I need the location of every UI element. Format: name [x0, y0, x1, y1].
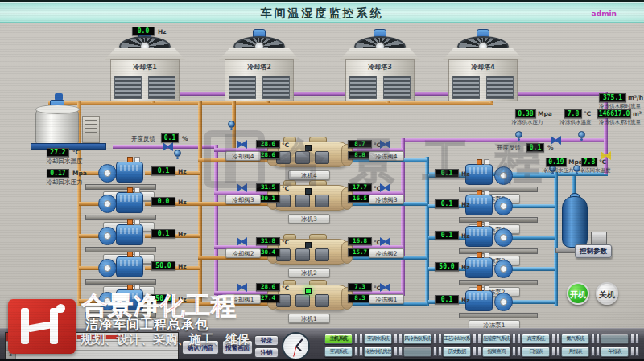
pump-gauge-icon: [104, 232, 111, 240]
nav-indicator: [398, 334, 402, 343]
tower-louver: [486, 76, 514, 99]
nav-heat-pump-system[interactable]: 风冷热泵系统: [403, 334, 431, 344]
pump-speed-display: 50.0: [435, 262, 459, 271]
pump-status-indicator: [484, 221, 489, 227]
control-params-button[interactable]: 控制参数: [575, 244, 612, 258]
cooling-return-temp-display: 27.2: [47, 148, 69, 157]
tower-label: 冷却塔3: [345, 63, 415, 72]
pump-status-indicator: [477, 252, 482, 258]
alarm-screen-button[interactable]: 报警画面: [222, 340, 253, 355]
pump-base: [459, 313, 538, 318]
nav-compressed-air-system[interactable]: 压缩空气系统: [482, 334, 510, 344]
pump-gauge-icon: [500, 172, 507, 179]
alarm-ack-button[interactable]: 确认/消音: [182, 340, 219, 355]
chilled-pump-1[interactable]: 0.1 Hz 冷冻泵1: [435, 287, 555, 327]
nav-indicator: [473, 334, 477, 343]
cooling-tower-3[interactable]: 冷却塔3: [340, 29, 420, 105]
water-treatment-tank[interactable]: [29, 93, 109, 154]
cooling-valve-icon[interactable]: [237, 140, 247, 149]
pump-volute-icon: [494, 197, 513, 215]
compressor-icon: [295, 294, 310, 307]
pump-status-indicator: [484, 285, 489, 291]
nav-unused-button[interactable]: [403, 347, 431, 357]
pump-status-indicator: [127, 285, 133, 290]
run-status-led: [305, 188, 312, 195]
start-button[interactable]: 开机: [567, 282, 589, 305]
nav-ac-water-system[interactable]: 空调水系统: [364, 334, 392, 344]
chiller-2[interactable]: 31.8 30.4 ℃ 16.8 15.7 ℃ 冷却阀2 冷冻阀2 冰机2: [225, 232, 419, 279]
nav-indicator: [591, 347, 595, 356]
cooling-valve-icon[interactable]: [237, 183, 247, 192]
pump-speed-display: 50.0: [151, 294, 175, 303]
pump-volute-icon: [98, 164, 117, 183]
pump-status-indicator: [127, 252, 133, 257]
pump-gauge-icon: [500, 298, 507, 306]
nav-history-data[interactable]: 历史数据: [443, 347, 471, 357]
title-bar: 车间温湿度监控系统 admin: [0, 2, 644, 23]
login-button[interactable]: 登录: [254, 335, 279, 346]
nav-vacuum-system[interactable]: 真空系统: [522, 334, 550, 344]
tower-louver: [229, 76, 256, 99]
unit-label: %: [182, 135, 188, 142]
nav-monthly-report[interactable]: 月报表: [561, 347, 589, 357]
alarm-row[interactable]: 2: [6, 342, 178, 351]
nav-indicator: [551, 334, 555, 343]
nav-indicator: [591, 334, 595, 343]
pump-status-indicator: [127, 219, 133, 225]
unit-label: ℃: [282, 285, 289, 292]
nav-alarm-query[interactable]: 报警查询: [482, 347, 510, 357]
chilled-valve-icon[interactable]: [380, 140, 390, 149]
cooling-pump-1[interactable]: 50.0 Hz 冷却泵1: [80, 286, 201, 326]
cooling-valve-icon[interactable]: [237, 237, 247, 246]
bypass-valve-icon[interactable]: [163, 142, 173, 151]
cooling-tower-2[interactable]: 冷却塔2: [219, 29, 299, 105]
pump-status-indicator: [127, 157, 133, 162]
pump-status-indicator: [127, 187, 133, 193]
tower-roof: [443, 48, 523, 60]
alarm-row[interactable]: 1: [6, 333, 178, 342]
nav-daily-report[interactable]: 日报表: [522, 347, 550, 357]
unit-label: Hz: [178, 263, 187, 270]
nav-indicator: [630, 334, 634, 343]
clock-second-hand: [293, 346, 296, 356]
chilled-supply-pressure-display: 0.38: [515, 109, 536, 118]
cooling-in-temp-display: 28.6: [256, 140, 280, 148]
compressor-icon: [315, 294, 329, 307]
chiller-4[interactable]: 28.6 28.6 ℃ 8.7 8.8 ℃ 冷却阀4 冷冻阀4 冰机4: [225, 135, 419, 182]
chilled-valve-icon[interactable]: [380, 283, 390, 292]
pump-speed-display: 0.1: [151, 166, 175, 175]
nav-indicator: [477, 347, 481, 356]
unit-label: ℃: [282, 239, 289, 246]
logout-button[interactable]: 注销: [254, 347, 279, 358]
nav-process-cooling-system[interactable]: 工艺冷却水系统: [443, 334, 471, 344]
alarm-row-number: 2: [6, 342, 16, 350]
stop-button[interactable]: 关机: [596, 282, 618, 305]
chilled-valve-icon[interactable]: [380, 183, 390, 192]
pump-gauge-icon: [104, 200, 111, 207]
analog-clock: [282, 332, 310, 360]
pump-base: [459, 217, 538, 223]
nav-indicator: [596, 347, 600, 356]
tower-roof: [340, 48, 420, 60]
nav-nitrogen-system[interactable]: 氮气系统: [561, 334, 589, 344]
unit-label: ℃: [374, 239, 381, 246]
pump-motor-icon: [116, 224, 143, 245]
chilled-valve-icon[interactable]: [380, 237, 390, 246]
nav-ac-system[interactable]: 空调系统: [324, 347, 353, 357]
tank-body: [35, 108, 79, 145]
nav-plant-overview[interactable]: 冷热水机房总览: [364, 347, 392, 357]
cooling-tower-4[interactable]: 冷却塔4: [443, 29, 523, 105]
cooling-valve-label: 冷却阀3: [225, 195, 261, 204]
chiller-3[interactable]: 31.5 30.1 ℃ 17.7 16.5 ℃ 冷却阀3 冷冻阀3 冰机3: [225, 178, 419, 225]
cooling-valve-label: 冷却阀1: [225, 294, 261, 304]
pipe-segment: [425, 157, 429, 306]
nav-indicator: [359, 334, 363, 343]
nav-yearly-report[interactable]: 年报表: [601, 347, 629, 357]
cooling-valve-icon[interactable]: [237, 283, 247, 292]
cooling-tower-1[interactable]: 冷却塔1: [105, 29, 185, 105]
unit-label: Hz: [461, 297, 470, 304]
alarm-row-number: 3: [6, 351, 16, 359]
nav-unused-button[interactable]: [601, 334, 629, 344]
chiller-1[interactable]: 28.6 27.4 ℃ 7.3 8.3 ℃ 冷却阀1 冷冻阀1 冰机1: [225, 278, 419, 325]
nav-main-system[interactable]: 主机系统: [324, 334, 353, 344]
